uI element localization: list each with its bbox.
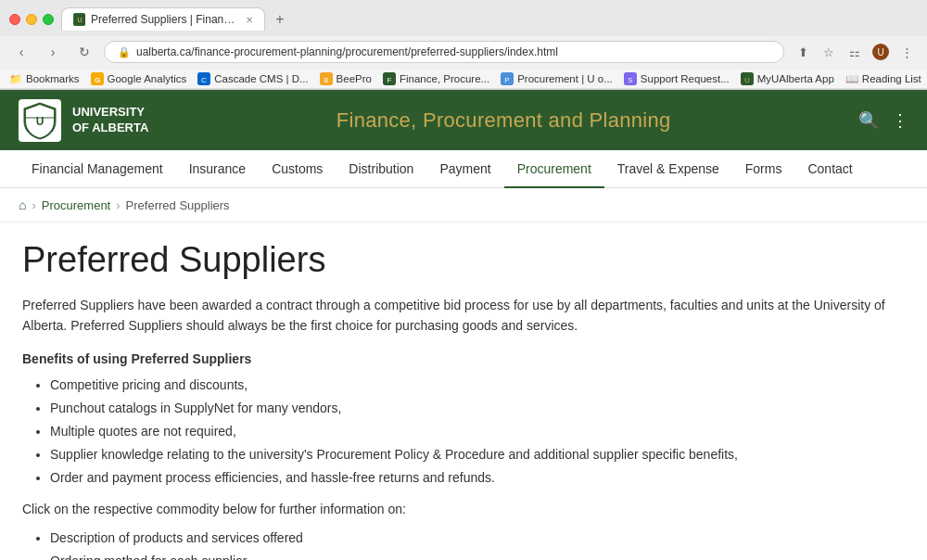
page-title: Preferred Suppliers (22, 241, 905, 280)
svg-text:F: F (387, 76, 392, 84)
refresh-button[interactable]: ↻ (72, 40, 96, 64)
intro-text: Preferred Suppliers have been awarded a … (22, 295, 905, 337)
menu-icon[interactable]: ⋮ (892, 110, 908, 131)
university-logo[interactable]: U UNIVERSITY OF ALBERTA (19, 99, 148, 142)
bookmark-reading-list[interactable]: 📖 Reading List (845, 72, 921, 85)
bookmark-label: Reading List (862, 73, 921, 84)
share-button[interactable]: ⬆ (792, 41, 814, 63)
click-text: Click on the respective commodity below … (22, 499, 905, 519)
svg-text:B: B (324, 76, 328, 84)
lock-icon: 🔒 (118, 46, 131, 58)
main-navigation: Financial Management Insurance Customs D… (0, 150, 927, 188)
google-analytics-icon: G (91, 72, 104, 85)
traffic-lights (9, 14, 54, 25)
nav-item-financial-management[interactable]: Financial Management (19, 150, 176, 187)
address-bar: ‹ › ↻ 🔒 ualberta.ca/finance-procurement-… (0, 36, 927, 70)
reading-list-icon: 📖 (845, 72, 858, 85)
folder-icon: 📁 (9, 73, 22, 85)
svg-text:C: C (201, 76, 207, 84)
close-button[interactable] (9, 14, 20, 25)
bookmark-label: Finance, Procure... (400, 73, 489, 84)
list-item: Supplier knowledge relating to the unive… (50, 445, 905, 465)
bookmark-label: Cascade CMS | D... (214, 73, 308, 84)
bookmarks-label: Bookmarks (26, 73, 80, 84)
active-tab[interactable]: U Preferred Suppliers | Finance, ... ✕ (61, 7, 265, 31)
benefits-list: Competitive pricing and discounts, Punch… (50, 375, 905, 488)
maximize-button[interactable] (43, 14, 54, 25)
list-item: Multiple quotes are not required, (50, 422, 905, 441)
nav-item-insurance[interactable]: Insurance (176, 150, 259, 187)
cascade-icon: C (197, 72, 210, 85)
svg-text:U: U (36, 115, 44, 128)
benefits-heading: Benefits of using Preferred Suppliers (22, 351, 905, 366)
breadcrumb-current: Preferred Suppliers (126, 198, 230, 212)
bookmarks-folder[interactable]: 📁 Bookmarks (9, 73, 80, 85)
bookmark-label: Support Request... (641, 73, 730, 84)
forward-button[interactable]: › (41, 40, 65, 64)
more-button[interactable]: ⋮ (895, 41, 918, 63)
bookmark-support[interactable]: S Support Request... (624, 72, 730, 85)
search-icon[interactable]: 🔍 (858, 110, 879, 131)
main-content: Preferred Suppliers Preferred Suppliers … (0, 223, 927, 560)
department-title: Finance, Procurement and Planning (337, 108, 671, 133)
tab-title: Preferred Suppliers | Finance, ... (91, 13, 240, 26)
list-item: Order and payment process efficiencies, … (50, 468, 905, 488)
procurement-icon: P (501, 72, 514, 85)
back-button[interactable]: ‹ (9, 40, 33, 64)
university-header: U UNIVERSITY OF ALBERTA Finance, Procure… (0, 90, 927, 150)
bookmark-label: Procurement | U o... (517, 73, 613, 84)
nav-item-forms[interactable]: Forms (732, 150, 795, 187)
minimize-button[interactable] (26, 14, 37, 25)
new-tab-button[interactable]: + (269, 8, 291, 31)
breadcrumb: ⌂ › Procurement › Preferred Suppliers (0, 188, 927, 223)
shield-icon: U (22, 101, 57, 140)
header-icons: 🔍 ⋮ (858, 110, 908, 131)
support-icon: S (624, 72, 637, 85)
title-bar: U Preferred Suppliers | Finance, ... ✕ + (0, 0, 927, 36)
further-info-list: Description of products and services off… (50, 528, 905, 560)
tab-close-button[interactable]: ✕ (246, 15, 253, 25)
bookmark-myualberta[interactable]: U MyUAlberta App (741, 72, 834, 85)
profile-button[interactable]: U (870, 41, 892, 63)
breadcrumb-procurement[interactable]: Procurement (42, 198, 110, 212)
myualberta-icon: U (741, 72, 754, 85)
list-item: Punchout catalogs in SupplyNet for many … (50, 399, 905, 418)
bookmark-google-analytics[interactable]: G Google Analytics (91, 72, 187, 85)
breadcrumb-separator: › (32, 198, 35, 212)
bookmark-cascade[interactable]: C Cascade CMS | D... (197, 72, 308, 85)
nav-item-customs[interactable]: Customs (259, 150, 336, 187)
browser-actions: ⬆ ☆ ⚏ U ⋮ (792, 41, 918, 63)
bookmarks-bar: 📁 Bookmarks G Google Analytics C Cascade… (0, 70, 927, 89)
svg-text:U: U (877, 47, 883, 57)
finance-icon: F (383, 72, 396, 85)
breadcrumb-home[interactable]: ⌂ (19, 197, 26, 212)
svg-text:P: P (504, 76, 509, 84)
url-bar[interactable]: 🔒 ualberta.ca/finance-procurement-planni… (104, 41, 784, 63)
browser-chrome: U Preferred Suppliers | Finance, ... ✕ +… (0, 0, 927, 90)
bookmark-button[interactable]: ☆ (818, 41, 840, 63)
nav-item-distribution[interactable]: Distribution (336, 150, 426, 187)
bookmark-finance[interactable]: F Finance, Procure... (383, 72, 489, 85)
nav-item-contact[interactable]: Contact (794, 150, 865, 187)
beepro-icon: B (320, 72, 333, 85)
tab-bar: U Preferred Suppliers | Finance, ... ✕ + (61, 7, 918, 31)
bookmark-label: MyUAlberta App (757, 73, 834, 84)
nav-item-travel-expense[interactable]: Travel & Expense (604, 150, 732, 187)
bookmark-beepro[interactable]: B BeePro (320, 72, 372, 85)
svg-text:U: U (77, 17, 82, 23)
list-item: Competitive pricing and discounts, (50, 375, 905, 395)
shield-logo: U (19, 99, 61, 142)
breadcrumb-separator-2: › (116, 198, 120, 212)
list-item: Description of products and services off… (50, 528, 905, 548)
list-item: Ordering method for each supplier (50, 552, 905, 560)
nav-item-procurement[interactable]: Procurement (504, 150, 604, 187)
university-name: UNIVERSITY OF ALBERTA (72, 105, 148, 136)
nav-list: Financial Management Insurance Customs D… (0, 150, 927, 187)
website: U UNIVERSITY OF ALBERTA Finance, Procure… (0, 90, 927, 560)
bookmark-procurement[interactable]: P Procurement | U o... (501, 72, 613, 85)
nav-item-payment[interactable]: Payment (426, 150, 503, 187)
extensions-button[interactable]: ⚏ (844, 41, 866, 63)
url-text: ualberta.ca/finance-procurement-planning… (136, 45, 558, 58)
svg-text:S: S (628, 76, 632, 84)
tab-favicon: U (73, 13, 85, 26)
